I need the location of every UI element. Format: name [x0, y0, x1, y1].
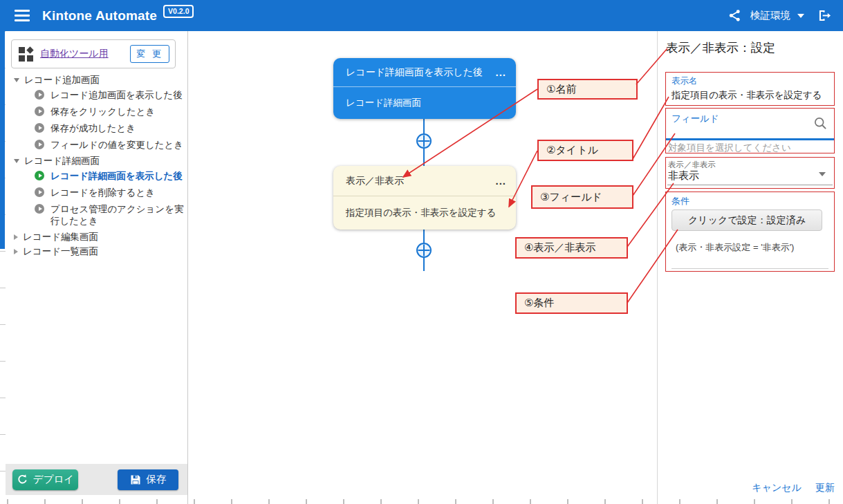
condition-configure-button[interactable]: クリックで設定：設定済み — [671, 209, 822, 231]
display-name-section: 表示名 指定項目の表示・非表示を設定する — [665, 72, 835, 106]
node-menu-icon[interactable]: ... — [495, 175, 506, 187]
chevron-down-icon[interactable] — [797, 14, 804, 18]
tree-item[interactable]: レコードを削除するとき — [6, 185, 187, 201]
action-node-header: 表示／非表示 ... — [333, 166, 516, 196]
tree-caret-icon[interactable] — [14, 159, 19, 163]
divider — [671, 268, 828, 269]
settings-panel: 表示／非表示：設定 表示名 指定項目の表示・非表示を設定する フィールド 対象項… — [657, 31, 843, 504]
tree-group-label: レコード追加画面 — [24, 74, 100, 86]
tree-caret-icon[interactable] — [14, 249, 18, 254]
tree-item[interactable]: 保存をクリックしたとき — [6, 104, 187, 120]
tree-play-icon — [35, 123, 44, 133]
field-label: フィールド — [671, 113, 719, 125]
trigger-node-title: レコード詳細画面を表示した後 — [346, 66, 483, 79]
tree-play-icon — [35, 106, 44, 116]
trigger-node-subtitle: レコード詳細画面 — [333, 86, 516, 119]
app-name-link[interactable]: 自動化ツール用 — [40, 48, 109, 60]
select-underline — [667, 185, 833, 185]
action-node[interactable]: 表示／非表示 ... 指定項目の表示・非表示を設定する — [333, 166, 516, 230]
annotation-field: ③フィールド — [531, 185, 633, 209]
tree-group-record-edit[interactable]: レコード編集画面 — [6, 230, 187, 244]
app-grid-icon — [19, 47, 33, 62]
tree-group-record-list[interactable]: レコード一覧画面 — [6, 244, 187, 259]
search-icon[interactable] — [813, 116, 828, 131]
tree-play-icon — [35, 187, 44, 197]
left-edge-ruler — [0, 31, 6, 504]
top-bar-actions: 検証環境 — [728, 9, 832, 22]
save-button[interactable]: 保存 — [118, 469, 178, 490]
tree-item[interactable]: フィールドの値を変更したとき — [6, 137, 187, 153]
condition-summary: (表示・非表示設定 = '非表示') — [676, 241, 794, 254]
tree-group-label: レコード詳細画面 — [24, 155, 100, 167]
trigger-node-header: レコード詳細画面を表示した後 ... — [333, 58, 516, 86]
hamburger-menu-icon[interactable] — [15, 10, 30, 21]
left-edge-scroll-indicator — [0, 31, 5, 249]
annotation-condition: ⑤条件 — [515, 292, 628, 314]
field-section: フィールド 対象項目を選択してください — [665, 108, 835, 153]
kintone-automate-app: Kintone Automate V0.2.0 検証環境 自動化ツール用 変 更 — [0, 0, 843, 504]
app-title: Kintone Automate — [42, 8, 157, 24]
tree-item[interactable]: プロセス管理のアクションを実行したとき — [6, 201, 187, 230]
add-step-icon[interactable] — [416, 133, 432, 149]
action-node-subtitle: 指定項目の表示・非表示を設定する — [333, 196, 516, 230]
dropdown-caret-icon[interactable] — [819, 172, 826, 176]
share-icon[interactable] — [728, 9, 741, 22]
action-node-title: 表示／非表示 — [346, 175, 404, 187]
logout-icon[interactable] — [817, 9, 832, 22]
visibility-label: 表示／非表示 — [668, 160, 716, 170]
tree-item-active[interactable]: レコード詳細画面を表示した後 — [6, 168, 187, 185]
annotation-visibility: ④表示／非表示 — [515, 237, 628, 259]
tree-caret-icon[interactable] — [14, 234, 18, 240]
node-menu-icon[interactable]: ... — [495, 66, 506, 78]
sidebar-footer: デプロイ 保存 — [6, 464, 187, 495]
version-badge: V0.2.0 — [163, 5, 194, 18]
tree-group-label: レコード編集画面 — [23, 231, 98, 243]
sync-icon — [17, 474, 28, 485]
deploy-button[interactable]: デプロイ — [12, 469, 78, 490]
tree-item[interactable]: 保存が成功したとき — [6, 120, 187, 137]
annotation-name: ①名前 — [537, 79, 638, 100]
tree-item[interactable]: レコード追加画面を表示した後 — [6, 87, 187, 104]
panel-footer: キャンセル 更新 — [752, 482, 835, 494]
tree-play-icon-active — [35, 171, 44, 180]
top-bar: Kintone Automate V0.2.0 検証環境 — [0, 0, 843, 31]
condition-label: 条件 — [671, 195, 689, 207]
app-selector-card: 自動化ツール用 変 更 — [11, 39, 176, 68]
tree-play-icon — [35, 204, 44, 214]
cancel-link[interactable]: キャンセル — [752, 482, 802, 494]
display-name-label: 表示名 — [671, 75, 828, 87]
tree-caret-icon[interactable] — [14, 78, 19, 82]
annotation-title: ②タイトル — [537, 140, 633, 161]
tree-play-icon — [35, 90, 44, 100]
tree-group-label: レコード一覧画面 — [23, 245, 98, 258]
panel-title: 表示／非表示：設定 — [666, 39, 775, 56]
visibility-select[interactable]: 表示／非表示 非表示 — [665, 157, 835, 189]
tree-group-record-add[interactable]: レコード追加画面 — [6, 73, 187, 87]
field-placeholder: 対象項目を選択してください — [668, 142, 791, 154]
display-name-value[interactable]: 指定項目の表示・非表示を設定する — [671, 89, 828, 102]
add-step-icon[interactable] — [416, 242, 432, 259]
change-app-button[interactable]: 変 更 — [130, 45, 169, 63]
event-tree: レコード追加画面 レコード追加画面を表示した後 保存をクリックしたとき 保存が成… — [6, 73, 187, 259]
sidebar: 自動化ツール用 変 更 レコード追加画面 レコード追加画面を表示した後 保存をク… — [6, 31, 188, 504]
field-search-input[interactable] — [666, 138, 834, 140]
tree-group-record-detail[interactable]: レコード詳細画面 — [6, 153, 187, 168]
save-icon — [130, 474, 141, 485]
update-link[interactable]: 更新 — [815, 482, 835, 494]
trigger-node[interactable]: レコード詳細画面を表示した後 ... レコード詳細画面 — [333, 58, 516, 119]
environment-selector[interactable]: 検証環境 — [750, 9, 790, 22]
visibility-value: 非表示 — [668, 169, 699, 183]
tree-play-icon — [35, 140, 44, 149]
condition-section: 条件 クリックで設定：設定済み (表示・非表示設定 = '非表示') — [665, 192, 835, 272]
